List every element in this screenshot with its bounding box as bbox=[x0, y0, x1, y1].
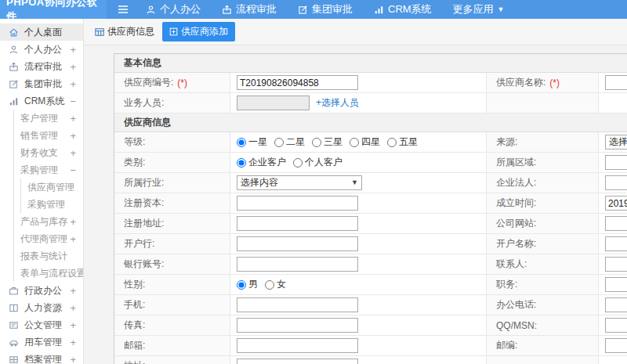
registered-capital-input[interactable] bbox=[237, 196, 358, 211]
radio-input[interactable] bbox=[237, 280, 246, 290]
fax-input[interactable] bbox=[237, 318, 358, 333]
radio-option-2star[interactable]: 二星 bbox=[274, 135, 305, 149]
tab-supplier-add[interactable]: 供应商添加 bbox=[162, 22, 235, 41]
expand-icon[interactable]: + bbox=[67, 131, 76, 141]
email-input[interactable] bbox=[237, 338, 358, 353]
collapse-icon[interactable]: − bbox=[67, 165, 76, 175]
contact-input[interactable] bbox=[605, 257, 627, 272]
sidebar-item-agent-mgmt[interactable]: 代理商管理 + bbox=[14, 230, 83, 247]
sidebar-item-hr[interactable]: 人力资源 + bbox=[0, 299, 83, 316]
sidebar-item-reports-stats[interactable]: 报表与统计 bbox=[14, 247, 83, 265]
nav-workflow-approval[interactable]: 流程审批 bbox=[222, 2, 277, 16]
radio-input[interactable] bbox=[293, 158, 303, 168]
expand-icon[interactable]: + bbox=[67, 79, 76, 89]
postcode-input[interactable] bbox=[605, 338, 627, 353]
sidebar-item-form-flow-settings[interactable]: 表单与流程设置 + bbox=[14, 265, 83, 282]
expand-icon[interactable]: + bbox=[67, 114, 76, 124]
expand-icon[interactable]: + bbox=[67, 148, 76, 158]
expand-icon[interactable]: + bbox=[67, 234, 76, 244]
sidebar-item-group-approval[interactable]: 集团审批 + bbox=[0, 75, 83, 92]
radio-input[interactable] bbox=[350, 138, 359, 147]
radio-option-1star[interactable]: 一星 bbox=[237, 135, 267, 149]
bank-account-input[interactable] bbox=[237, 257, 358, 272]
position-cell bbox=[599, 275, 627, 295]
expand-icon[interactable]: + bbox=[67, 217, 76, 227]
account-name-input[interactable] bbox=[605, 236, 627, 251]
expand-icon[interactable]: + bbox=[67, 337, 76, 348]
required-mark: (*) bbox=[177, 77, 187, 88]
nav-personal-office[interactable]: 个人办公 bbox=[146, 2, 201, 16]
sidebar-item-vehicle-mgmt[interactable]: 用车管理 + bbox=[0, 333, 83, 351]
supplier-name-input[interactable] bbox=[605, 75, 627, 90]
label-text: 办公电话: bbox=[496, 298, 536, 312]
label-text: 手机: bbox=[124, 298, 145, 312]
radio-option-4star[interactable]: 四星 bbox=[350, 135, 380, 149]
section-title-basic-info: 基本信息 bbox=[114, 54, 627, 73]
established-date-input[interactable] bbox=[605, 196, 627, 211]
fax-cell bbox=[230, 315, 487, 336]
legal-person-input[interactable] bbox=[605, 175, 627, 190]
office-phone-input[interactable] bbox=[605, 297, 627, 312]
industry-select[interactable]: 选择内容 ▼ bbox=[237, 175, 362, 190]
radio-option-female[interactable]: 女 bbox=[265, 278, 286, 291]
collapse-icon[interactable]: − bbox=[67, 96, 76, 106]
sidebar-item-sales-mgmt[interactable]: 销售管理 + bbox=[14, 127, 83, 144]
sidebar-item-customer-mgmt[interactable]: 客户管理 + bbox=[14, 110, 83, 127]
sidebar-item-document-mgmt[interactable]: 公文管理 + bbox=[0, 316, 83, 333]
sidebar-item-label: 人力资源 bbox=[24, 301, 62, 315]
expand-icon[interactable]: + bbox=[67, 286, 76, 296]
source-select[interactable]: 选择内容 ▼ bbox=[605, 135, 627, 150]
expand-icon[interactable]: + bbox=[67, 45, 76, 55]
region-input[interactable] bbox=[605, 155, 627, 170]
radio-input[interactable] bbox=[312, 138, 321, 147]
radio-option-3star[interactable]: 三星 bbox=[312, 135, 342, 149]
tab-supplier-info[interactable]: 供应商信息 bbox=[95, 25, 154, 38]
supplier-no-input[interactable] bbox=[237, 75, 358, 90]
position-input[interactable] bbox=[605, 277, 627, 292]
sidebar-item-product-inventory[interactable]: 产品与库存 + bbox=[14, 213, 83, 230]
nav-crm-system[interactable]: CRM系统 bbox=[374, 2, 432, 16]
staff-input[interactable] bbox=[237, 96, 310, 110]
qq-msn-input[interactable] bbox=[605, 318, 627, 333]
registered-address-input[interactable] bbox=[237, 216, 358, 231]
account-name-label: 开户名称: bbox=[487, 234, 599, 254]
sidebar-item-personal-office[interactable]: 个人办公 + bbox=[0, 41, 83, 58]
radio-label: 五星 bbox=[399, 135, 418, 149]
label-text: 邮箱: bbox=[124, 339, 145, 352]
bank-input[interactable] bbox=[237, 236, 358, 251]
sidebar-item-archive-mgmt[interactable]: 档案管理 + bbox=[0, 351, 83, 364]
radio-option-5star[interactable]: 五星 bbox=[387, 135, 418, 149]
nav-group-approval[interactable]: 集团审批 bbox=[298, 2, 353, 16]
choose-staff-link[interactable]: +选择人员 bbox=[316, 96, 359, 110]
hamburger-menu-icon[interactable] bbox=[118, 5, 129, 14]
sidebar-item-desktop[interactable]: 个人桌面 bbox=[0, 23, 83, 41]
mobile-input[interactable] bbox=[237, 297, 358, 312]
sidebar-item-crm-system[interactable]: CRM系统 − bbox=[0, 92, 83, 110]
sidebar-item-purchase-mgmt[interactable]: 采购管理 − bbox=[14, 161, 83, 178]
edit-icon bbox=[298, 5, 308, 15]
address-input[interactable] bbox=[237, 359, 358, 364]
radio-input[interactable] bbox=[237, 138, 246, 147]
sidebar-item-procurement-mgmt[interactable]: 采购管理 bbox=[21, 196, 83, 213]
label-text: 企业法人: bbox=[496, 176, 536, 189]
expand-icon[interactable]: + bbox=[67, 320, 76, 330]
radio-input[interactable] bbox=[387, 138, 397, 147]
radio-option-enterprise[interactable]: 企业客户 bbox=[237, 156, 286, 169]
supplier-no-label: 供应商编号: (*) bbox=[114, 73, 230, 93]
sidebar-item-admin-office[interactable]: 行政办公 + bbox=[0, 282, 83, 299]
website-input[interactable] bbox=[605, 216, 627, 231]
radio-input[interactable] bbox=[274, 138, 284, 147]
sidebar-item-supplier-mgmt[interactable]: 供应商管理 bbox=[21, 178, 83, 196]
radio-option-male[interactable]: 男 bbox=[237, 278, 258, 291]
radio-input[interactable] bbox=[265, 280, 274, 290]
radio-option-individual[interactable]: 个人客户 bbox=[293, 156, 342, 169]
nav-more-apps[interactable]: 更多应用 ▼ bbox=[453, 2, 505, 16]
sidebar-item-label: 供应商管理 bbox=[27, 181, 74, 194]
radio-input[interactable] bbox=[237, 158, 246, 168]
caret-down-icon: ▼ bbox=[351, 179, 358, 186]
expand-icon[interactable]: + bbox=[67, 355, 76, 364]
sidebar-item-workflow-approval[interactable]: 流程审批 + bbox=[0, 58, 83, 75]
expand-icon[interactable]: + bbox=[67, 62, 76, 72]
sidebar-item-finance[interactable]: 财务收支 + bbox=[14, 144, 83, 161]
expand-icon[interactable]: + bbox=[67, 303, 76, 313]
